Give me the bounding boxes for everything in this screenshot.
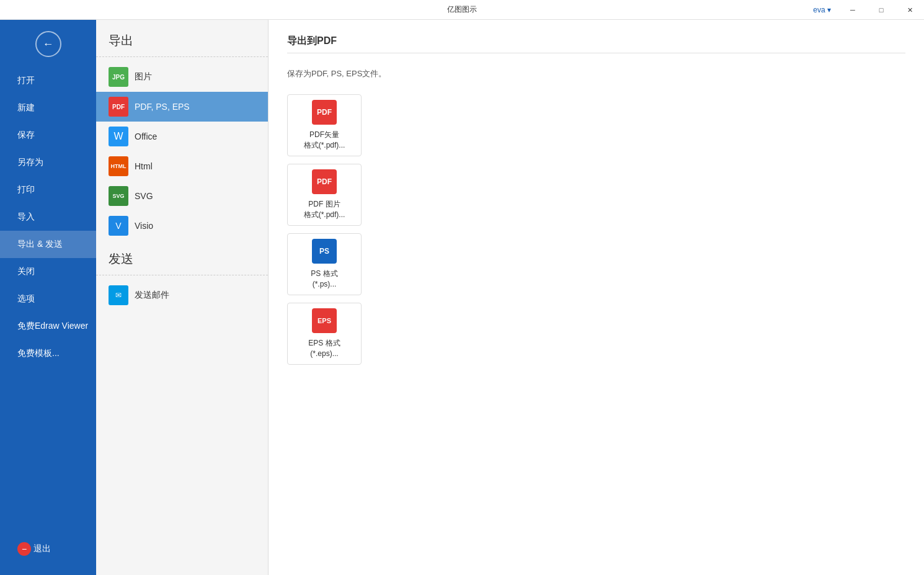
left-panel: 导出 JPG图片PDFPDF, PS, EPSWOfficeHTMLHtmlSV… xyxy=(96,20,269,575)
back-button[interactable]: ← xyxy=(35,31,61,57)
export-item-html[interactable]: HTMLHtml xyxy=(96,151,268,181)
export-item-label: PDF, PS, EPS xyxy=(135,102,190,112)
sidebar-item-options[interactable]: 选项 xyxy=(0,285,96,313)
format-card-ps[interactable]: PSPS 格式 (*.ps)... xyxy=(287,233,362,295)
ps-format-icon: PS xyxy=(312,239,337,264)
export-item-label: Html xyxy=(135,161,153,171)
export-item-label: SVG xyxy=(135,191,153,201)
export-list: JPG图片PDFPDF, PS, EPSWOfficeHTMLHtmlSVGSV… xyxy=(96,62,268,241)
title-bar: 亿图图示 eva ▾ ─ □ ✕ xyxy=(0,0,924,20)
export-item-label: Office xyxy=(135,131,157,141)
app-body: ← 打开新建保存另存为打印导入导出 & 发送关闭选项免费Edraw Viewer… xyxy=(0,20,924,575)
export-item-visio[interactable]: VVisio xyxy=(96,211,268,241)
format-card-label: PS 格式 (*.ps)... xyxy=(311,269,337,290)
sidebar-item-export[interactable]: 导出 & 发送 xyxy=(0,231,96,258)
send-item-label: 发送邮件 xyxy=(135,290,169,301)
export-divider xyxy=(96,56,268,57)
export-item-office[interactable]: WOffice xyxy=(96,122,268,151)
format-card-label: PDF 图片 格式(*.pdf)... xyxy=(304,199,345,220)
right-panel: 导出到PDF 保存为PDF, PS, EPS文件。 PDFPDF矢量 格式(*.… xyxy=(269,20,924,575)
maximize-button[interactable]: □ xyxy=(867,0,895,20)
sidebar-nav: 打开新建保存另存为打印导入导出 & 发送关闭选项免费Edraw Viewer免费… xyxy=(0,67,96,367)
format-card-label: EPS 格式 (*.eps)... xyxy=(308,338,340,359)
export-item-label: 图片 xyxy=(135,71,152,82)
format-card-pdf_vector[interactable]: PDFPDF矢量 格式(*.pdf)... xyxy=(287,94,362,156)
pdf-icon: PDF xyxy=(109,97,128,117)
sidebar-item-save[interactable]: 保存 xyxy=(0,122,96,149)
html-icon: HTML xyxy=(109,156,128,176)
minimize-button[interactable]: ─ xyxy=(838,0,867,20)
sidebar-item-close[interactable]: 关闭 xyxy=(0,258,96,285)
eps-format-icon: EPS xyxy=(312,308,337,333)
sidebar-item-viewer[interactable]: 免费Edraw Viewer xyxy=(0,313,96,340)
send-divider xyxy=(96,275,268,275)
pdf-format-icon: PDF xyxy=(312,169,337,194)
jpg-icon: JPG xyxy=(109,67,128,87)
export-item-label: Visio xyxy=(135,221,153,231)
app-title: 亿图图示 xyxy=(447,4,477,15)
send-section-title: 发送 xyxy=(96,251,268,275)
export-section-title: 导出 xyxy=(96,32,268,56)
user-menu[interactable]: eva ▾ xyxy=(807,0,837,20)
sidebar: ← 打开新建保存另存为打印导入导出 & 发送关闭选项免费Edraw Viewer… xyxy=(0,20,96,575)
sidebar-item-new[interactable]: 新建 xyxy=(0,94,96,122)
word-icon: W xyxy=(109,127,128,146)
close-button[interactable]: ✕ xyxy=(895,0,924,20)
svg-icon: SVG xyxy=(109,186,128,206)
sidebar-item-exit[interactable]: − 退出 xyxy=(0,535,96,563)
format-card-eps[interactable]: EPSEPS 格式 (*.eps)... xyxy=(287,303,362,365)
send-item-email[interactable]: ✉发送邮件 xyxy=(96,280,268,310)
visio-icon: V xyxy=(109,216,128,236)
export-item-pdf[interactable]: PDFPDF, PS, EPS xyxy=(96,92,268,122)
content-title: 导出到PDF xyxy=(287,35,905,48)
export-item-image[interactable]: JPG图片 xyxy=(96,62,268,92)
sidebar-item-saveas[interactable]: 另存为 xyxy=(0,149,96,176)
send-list: ✉发送邮件 xyxy=(96,280,268,310)
content-divider xyxy=(287,53,905,53)
sidebar-item-print[interactable]: 打印 xyxy=(0,176,96,203)
window-controls: ─ □ ✕ xyxy=(838,0,924,20)
sidebar-item-import[interactable]: 导入 xyxy=(0,203,96,231)
email-icon: ✉ xyxy=(109,285,128,305)
format-card-label: PDF矢量 格式(*.pdf)... xyxy=(304,130,345,151)
content-description: 保存为PDF, PS, EPS文件。 xyxy=(287,68,905,79)
sidebar-item-open[interactable]: 打开 xyxy=(0,67,96,94)
format-cards: PDFPDF矢量 格式(*.pdf)...PDFPDF 图片 格式(*.pdf)… xyxy=(287,94,905,365)
sidebar-item-templates[interactable]: 免费模板... xyxy=(0,340,96,367)
export-item-svg[interactable]: SVGSVG xyxy=(96,181,268,211)
exit-icon: − xyxy=(17,542,31,556)
format-card-pdf_image[interactable]: PDFPDF 图片 格式(*.pdf)... xyxy=(287,164,362,226)
pdf-format-icon: PDF xyxy=(312,100,337,125)
